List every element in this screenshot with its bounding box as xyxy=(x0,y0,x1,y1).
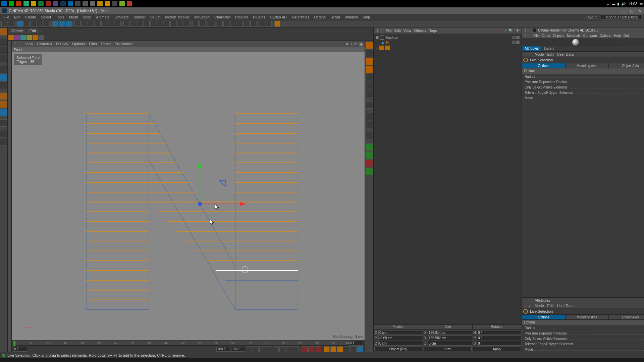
rt-cube-button[interactable] xyxy=(366,42,373,49)
subtab2-object-axis[interactable]: Object Axis xyxy=(609,314,644,320)
panel-grip-icon[interactable]: ⋮⋮ xyxy=(376,28,383,33)
key-param-button[interactable] xyxy=(344,346,350,352)
oc-focus-button[interactable] xyxy=(588,39,595,46)
coord-apply-button[interactable]: Apply xyxy=(473,347,521,351)
tool-btn[interactable] xyxy=(199,21,205,27)
environment-button[interactable] xyxy=(150,21,156,27)
panel-grip-icon[interactable]: ⋮⋮ xyxy=(524,28,531,32)
play-back-button[interactable] xyxy=(266,346,272,352)
pos-x-input[interactable] xyxy=(378,330,423,335)
tool-btn[interactable] xyxy=(217,21,223,27)
taskbar-app-icon[interactable] xyxy=(9,1,14,6)
visibility-dot[interactable] xyxy=(512,41,516,44)
last-tool[interactable] xyxy=(44,21,50,27)
palette-swatch[interactable] xyxy=(20,35,26,40)
pos-z-input[interactable] xyxy=(378,341,423,346)
maximize-button[interactable]: ▢ xyxy=(629,8,634,13)
tool-btn[interactable] xyxy=(108,21,114,27)
render-view-button[interactable] xyxy=(81,21,87,27)
palette-swatch[interactable] xyxy=(14,35,20,40)
display-tag-icon[interactable] xyxy=(385,46,390,50)
render-settings-button[interactable] xyxy=(88,21,94,27)
palette-swatch[interactable] xyxy=(39,35,44,40)
keyframe-button[interactable] xyxy=(315,346,321,352)
coord-system-button[interactable] xyxy=(74,21,80,27)
tool-btn[interactable] xyxy=(184,21,190,27)
oc-stop-button[interactable] xyxy=(548,39,555,46)
tool-btn[interactable] xyxy=(177,21,183,27)
vm-prorender[interactable]: ProRender xyxy=(115,42,132,46)
om-objects[interactable]: Objects xyxy=(414,28,426,33)
next-frame-button[interactable] xyxy=(279,346,285,352)
rt-particle-button[interactable] xyxy=(366,168,373,175)
taskbar-app-icon[interactable] xyxy=(83,1,88,6)
palette-swatch[interactable] xyxy=(26,35,32,40)
size-z-input[interactable] xyxy=(428,341,472,346)
polygon-mode-button[interactable] xyxy=(0,82,7,89)
texture-mode-button[interactable] xyxy=(0,47,7,54)
menu-render[interactable]: Render xyxy=(131,15,148,19)
taskbar-app-icon[interactable] xyxy=(53,1,58,6)
play-button[interactable] xyxy=(273,346,279,352)
taskbar-app-icon[interactable] xyxy=(60,1,66,6)
menu-help[interactable]: Help xyxy=(361,15,372,19)
tool-btn[interactable] xyxy=(0,138,7,145)
menu-snap[interactable]: Snap xyxy=(81,15,94,19)
tool-btn[interactable] xyxy=(193,21,199,27)
oc-region-button[interactable] xyxy=(580,39,587,46)
am-mode[interactable]: Mode xyxy=(535,52,544,56)
oc-help[interactable]: Help xyxy=(614,34,621,38)
spline-button[interactable] xyxy=(130,21,136,27)
rt-light-button[interactable] xyxy=(366,113,373,120)
axis-x-button[interactable] xyxy=(52,21,58,27)
edge-mode-button[interactable] xyxy=(0,74,7,81)
taskbar-app-icon[interactable] xyxy=(112,1,117,6)
menu-tools[interactable]: Tools xyxy=(54,15,66,19)
render-region-button[interactable] xyxy=(101,21,107,27)
key-pos-button[interactable] xyxy=(324,346,330,352)
rt-tag-button[interactable] xyxy=(366,132,373,139)
model-mode-button[interactable] xyxy=(0,39,7,46)
vm-cameras[interactable]: Cameras xyxy=(37,42,52,46)
axis-y-button[interactable] xyxy=(59,21,65,27)
light-button[interactable] xyxy=(164,21,170,27)
oc-file[interactable]: File xyxy=(533,34,539,38)
autokey-button[interactable] xyxy=(308,346,314,352)
rt-scene-button[interactable] xyxy=(366,90,373,97)
am2-mode[interactable]: Mode xyxy=(535,304,544,308)
deformer-button[interactable] xyxy=(144,21,150,27)
key-pla-button[interactable] xyxy=(351,346,357,352)
workplane-button[interactable] xyxy=(0,55,7,62)
menu-select[interactable]: Select xyxy=(39,15,53,19)
tray-clock[interactable]: 14:08 xyxy=(628,2,637,6)
picture-viewer-button[interactable] xyxy=(95,21,101,27)
tree-row-n[interactable]: ▲ N xyxy=(375,40,520,45)
panel-grip-icon[interactable]: ⋮⋮ xyxy=(524,298,531,302)
om-edit[interactable]: Edit xyxy=(394,28,401,33)
subtab2-options[interactable]: Options xyxy=(522,314,565,320)
enable-axis-button[interactable] xyxy=(0,93,7,100)
vm-filter[interactable]: Filter xyxy=(89,42,97,46)
minimize-button[interactable]: — xyxy=(621,8,626,13)
visibility-dot[interactable] xyxy=(512,36,516,39)
taskbar-app-icon[interactable] xyxy=(16,1,21,6)
taskbar-app-icon[interactable] xyxy=(97,1,103,6)
taskbar-app-icon[interactable] xyxy=(90,1,95,6)
tab-layers[interactable]: Layers xyxy=(541,46,557,51)
content-browser-tab[interactable] xyxy=(8,41,12,352)
next-key-button[interactable] xyxy=(286,346,292,352)
point-mode-button[interactable] xyxy=(0,66,7,73)
frame-range-input[interactable] xyxy=(216,347,230,352)
vm-view[interactable]: View xyxy=(25,42,33,46)
rt-dynamics-button[interactable] xyxy=(366,160,373,167)
render-dot[interactable] xyxy=(516,36,520,39)
vm-panel[interactable]: Panel xyxy=(101,42,111,46)
subtab2-modeling-axis[interactable]: Modeling Axis xyxy=(565,314,608,320)
locked-workplane-button[interactable] xyxy=(0,119,7,127)
rotate-tool[interactable] xyxy=(37,21,43,27)
om-tags[interactable]: Tags xyxy=(429,28,437,33)
vm-options[interactable]: Options xyxy=(72,42,85,46)
om-eye-icon[interactable]: 👁 xyxy=(516,28,520,33)
om-view[interactable]: View xyxy=(404,28,412,33)
oc-objects[interactable]: Objects xyxy=(553,34,564,38)
